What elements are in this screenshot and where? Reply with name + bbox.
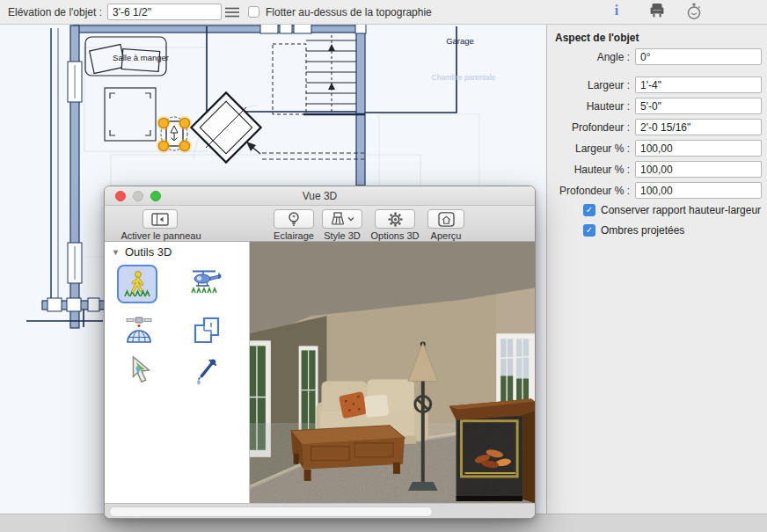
style3d-label: Style 3D <box>319 230 365 241</box>
room-label-chambre-parentale: Chambre parentale <box>432 73 496 82</box>
helicopter-tool-icon <box>187 267 224 294</box>
float-topography-label: Flotter au-dessus de la topographie <box>266 6 432 18</box>
field-hauteur-pct: Hauteur % : <box>547 161 767 178</box>
profondeur-label: Profondeur : <box>547 121 630 134</box>
hauteur-input[interactable] <box>635 98 762 114</box>
horizontal-scrollbar[interactable] <box>105 503 535 519</box>
profondeur-input[interactable] <box>635 119 762 135</box>
disclosure-triangle-icon[interactable]: ▼ <box>112 248 120 257</box>
angle-input[interactable] <box>635 48 762 65</box>
house-icon <box>438 212 455 227</box>
lighting-label: Eclairage <box>270 230 318 241</box>
floorplan-tool-icon <box>191 315 223 345</box>
room-label-salle-a-manger: Salle à manger <box>113 53 169 62</box>
largeur-input[interactable] <box>635 77 762 93</box>
largeur-label: Largeur : <box>547 79 630 91</box>
field-profondeur: Profondeur : <box>547 119 767 135</box>
app-window: Elévation de l'objet : Flotter au-dessus… <box>0 0 767 532</box>
hauteur-pct-label: Hauteur % : <box>547 164 630 176</box>
stopwatch-icon <box>686 3 702 20</box>
keep-ratio-label: Conserver rapport hauteur-largeur <box>601 204 761 216</box>
fireplace <box>449 399 535 503</box>
walk-tool[interactable] <box>117 265 157 303</box>
keep-ratio-checkbox[interactable]: ✓ <box>583 204 595 216</box>
keep-ratio-row: ✓ Conserver rapport hauteur-largeur <box>583 203 761 217</box>
options3d-label: Options 3D <box>369 230 421 241</box>
tools-header-label: Outils 3D <box>125 245 172 259</box>
menu-icon[interactable] <box>225 7 239 18</box>
orbit-tool[interactable] <box>121 312 157 347</box>
profondeur-pct-label: Profondeur % : <box>547 185 630 197</box>
apercu-label: Aperçu <box>424 230 468 241</box>
scrollbar-thumb[interactable] <box>109 506 433 517</box>
vue3d-toolbar: Activer le panneau Eclairage Style 3D <box>105 206 535 242</box>
vue3d-titlebar[interactable]: Vue 3D <box>105 186 535 206</box>
satellite-globe-tool-icon <box>123 314 155 346</box>
3d-viewport[interactable] <box>250 242 535 503</box>
select-arrow-tool-icon <box>126 353 156 385</box>
floorplan-tool[interactable] <box>187 314 226 346</box>
chevron-down-icon <box>347 216 354 222</box>
apercu-button[interactable] <box>427 209 464 229</box>
tools-panel-header[interactable]: ▼ Outils 3D <box>112 245 172 259</box>
select-tool[interactable] <box>124 351 157 388</box>
style3d-button[interactable] <box>322 209 362 229</box>
info-tab[interactable]: i <box>605 3 628 22</box>
elevation-input[interactable] <box>107 4 222 20</box>
float-topography-checkbox[interactable] <box>248 6 259 18</box>
fly-tool[interactable] <box>186 266 226 295</box>
elevation-label: Elévation de l'objet : <box>8 6 102 18</box>
hauteur-label: Hauteur : <box>547 100 630 113</box>
shadows-row: ✓ Ombres projetées <box>583 223 684 237</box>
vue3d-title: Vue 3D <box>105 190 535 202</box>
field-hauteur: Hauteur : <box>547 98 767 114</box>
options3d-button[interactable] <box>375 209 415 229</box>
chair-icon <box>649 3 665 18</box>
largeur-pct-label: Largeur % : <box>547 142 630 155</box>
inspector-tab-bar: i <box>547 0 767 25</box>
panel-icon <box>151 213 169 226</box>
brush-icon <box>330 212 346 227</box>
field-largeur: Largeur : <box>547 77 767 93</box>
activate-panel-label: Activer le panneau <box>113 230 208 241</box>
angle-label: Angle : <box>547 51 630 63</box>
french-doors <box>496 333 535 409</box>
eyedropper-tool-icon <box>191 355 221 387</box>
inspector-title: Aspect de l'objet <box>555 32 639 44</box>
activate-panel-button[interactable] <box>142 209 178 229</box>
profondeur-pct-input[interactable] <box>635 182 762 199</box>
white-pillow <box>364 394 389 418</box>
sidebar-divider <box>546 25 547 514</box>
left-window-near <box>299 346 318 435</box>
gear-icon <box>387 211 404 228</box>
timer-tab[interactable] <box>683 3 705 22</box>
field-angle: Angle : <box>547 48 767 65</box>
shadows-label: Ombres projetées <box>601 224 684 237</box>
largeur-pct-input[interactable] <box>635 140 762 157</box>
eyedropper-tool[interactable] <box>189 354 223 388</box>
room-label-garage: Garage <box>446 36 474 46</box>
vue3d-window[interactable]: Vue 3D Activer le panneau Eclairage <box>104 186 536 519</box>
furniture-tab[interactable] <box>646 3 668 22</box>
left-window-far <box>250 340 271 456</box>
field-largeur-pct: Largeur % : <box>547 140 767 157</box>
lighting-button[interactable] <box>274 209 314 229</box>
field-profondeur-pct: Profondeur % : <box>547 182 767 199</box>
shadows-checkbox[interactable]: ✓ <box>583 224 595 237</box>
tools-panel: ▼ Outils 3D <box>105 242 250 503</box>
top-toolbar: Elévation de l'objet : Flotter au-dessus… <box>0 0 767 25</box>
walk-tool-icon <box>121 268 153 300</box>
lightbulb-icon <box>287 211 301 227</box>
inspector-sidebar: Aspect de l'objet Angle : Largeur : Haut… <box>547 25 767 514</box>
hauteur-pct-input[interactable] <box>635 161 762 178</box>
